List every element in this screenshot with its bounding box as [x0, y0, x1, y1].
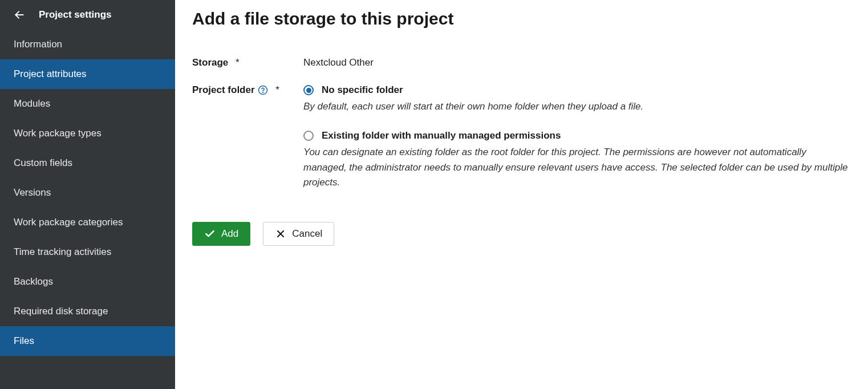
help-icon[interactable] [257, 84, 269, 96]
storage-label-text: Storage [192, 57, 228, 68]
svg-point-2 [262, 92, 263, 92]
main-content: Add a file storage to this project Stora… [175, 0, 868, 389]
project-folder-row: Project folder * No specific folder By d… [192, 84, 851, 206]
sidebar-item-work-package-categories[interactable]: Work package categories [0, 208, 175, 237]
sidebar-header: Project settings [0, 0, 175, 30]
cancel-button[interactable]: Cancel [263, 222, 334, 246]
sidebar-item-project-attributes[interactable]: Project attributes [0, 59, 175, 89]
sidebar-title: Project settings [39, 9, 112, 21]
radio-line[interactable]: Existing folder with manually managed pe… [303, 130, 851, 141]
sidebar-item-work-package-types[interactable]: Work package types [0, 119, 175, 148]
sidebar-item-required-disk-storage[interactable]: Required disk storage [0, 297, 175, 326]
storage-label: Storage * [192, 57, 303, 68]
radio-title: No specific folder [322, 84, 403, 96]
close-icon [275, 228, 286, 240]
required-marker: * [275, 84, 279, 96]
radio-line[interactable]: No specific folder [303, 84, 851, 96]
radio-input-no-specific-folder[interactable] [303, 85, 314, 95]
storage-value: Nextcloud Other [303, 57, 374, 68]
sidebar-item-time-tracking-activities[interactable]: Time tracking activities [0, 237, 175, 267]
add-button-label: Add [221, 228, 238, 240]
project-folder-options: No specific folder By default, each user… [303, 84, 851, 206]
sidebar-item-custom-fields[interactable]: Custom fields [0, 148, 175, 178]
radio-description: You can designate an existing folder as … [303, 145, 851, 190]
required-marker: * [236, 57, 240, 68]
storage-row: Storage * Nextcloud Other [192, 57, 851, 68]
sidebar-item-files[interactable]: Files [0, 326, 175, 356]
settings-sidebar: Project settings Information Project att… [0, 0, 175, 389]
sidebar-item-versions[interactable]: Versions [0, 178, 175, 208]
project-folder-label: Project folder * [192, 84, 303, 96]
cancel-button-label: Cancel [292, 228, 322, 240]
sidebar-item-modules[interactable]: Modules [0, 89, 175, 119]
form-buttons: Add Cancel [192, 222, 851, 246]
check-icon [204, 228, 216, 240]
radio-option-no-specific-folder: No specific folder By default, each user… [303, 84, 851, 114]
radio-description: By default, each user will start at thei… [303, 99, 851, 114]
back-arrow-icon[interactable] [14, 9, 25, 21]
radio-title: Existing folder with manually managed pe… [322, 130, 561, 141]
radio-option-existing-folder: Existing folder with manually managed pe… [303, 130, 851, 190]
radio-input-existing-folder[interactable] [303, 131, 314, 141]
page-title: Add a file storage to this project [192, 9, 851, 29]
sidebar-item-information[interactable]: Information [0, 30, 175, 59]
project-folder-label-text: Project folder [192, 84, 255, 96]
add-button[interactable]: Add [192, 222, 250, 246]
sidebar-item-backlogs[interactable]: Backlogs [0, 267, 175, 297]
